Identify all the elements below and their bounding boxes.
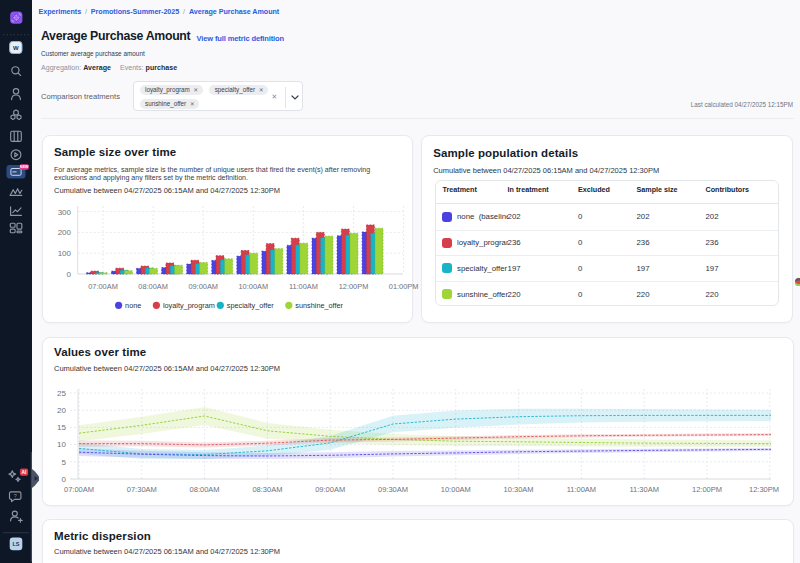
svg-text:0: 0 <box>67 270 72 279</box>
svg-text:?: ? <box>14 493 17 499</box>
svg-text:sunshine_offer: sunshine_offer <box>295 302 343 311</box>
svg-text:08:00AM: 08:00AM <box>138 282 168 291</box>
svg-text:NEW: NEW <box>20 165 29 169</box>
svg-text:10:00AM: 10:00AM <box>441 485 471 494</box>
svg-text:11:00AM: 11:00AM <box>567 485 596 494</box>
svg-text:loyalty_program: loyalty_program <box>163 302 215 311</box>
svg-text:100: 100 <box>58 250 72 259</box>
svg-text:5: 5 <box>62 458 67 467</box>
svg-text:12:00PM: 12:00PM <box>339 282 369 291</box>
svg-text:200: 200 <box>58 229 72 238</box>
svg-text:15: 15 <box>57 423 66 432</box>
svg-text:20: 20 <box>57 406 66 415</box>
svg-text:none: none <box>125 302 141 311</box>
svg-text:LS: LS <box>12 541 19 547</box>
svg-text:11:30AM: 11:30AM <box>629 485 658 494</box>
svg-text:09:00AM: 09:00AM <box>188 282 218 291</box>
svg-text:09:30AM: 09:30AM <box>378 485 408 494</box>
svg-text:0: 0 <box>62 475 67 484</box>
svg-text:07:30AM: 07:30AM <box>127 485 157 494</box>
svg-text:08:30AM: 08:30AM <box>252 485 282 494</box>
svg-text:10: 10 <box>57 440 66 449</box>
svg-text:07:00AM: 07:00AM <box>64 485 94 494</box>
svg-text:300: 300 <box>58 208 72 217</box>
svg-text:07:00AM: 07:00AM <box>88 282 118 291</box>
svg-text:10:00AM: 10:00AM <box>239 282 269 291</box>
svg-text:08:00AM: 08:00AM <box>190 485 220 494</box>
svg-text:specialty_offer: specialty_offer <box>227 302 274 311</box>
svg-text:01:00PM: 01:00PM <box>389 282 419 291</box>
svg-text:AI: AI <box>22 470 27 475</box>
svg-text:W: W <box>13 45 19 51</box>
svg-text:10:30AM: 10:30AM <box>504 485 534 494</box>
svg-text:25: 25 <box>57 389 66 398</box>
svg-text:12:00PM: 12:00PM <box>692 485 722 494</box>
svg-text:09:00AM: 09:00AM <box>315 485 345 494</box>
svg-text:12:30PM: 12:30PM <box>749 485 779 494</box>
svg-text:11:00AM: 11:00AM <box>289 282 318 291</box>
